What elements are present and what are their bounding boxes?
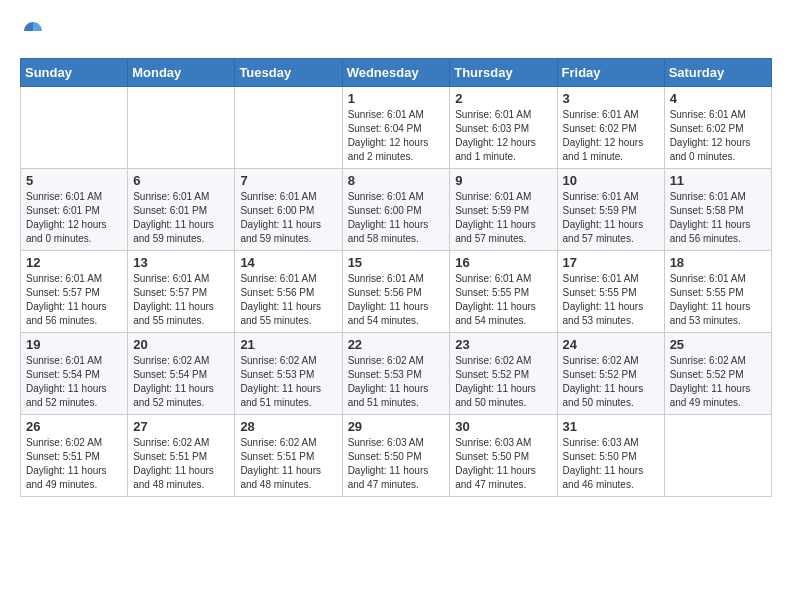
day-number: 21 <box>240 337 336 352</box>
calendar-cell <box>235 87 342 169</box>
logo <box>20 20 44 42</box>
day-info: Sunrise: 6:02 AM Sunset: 5:51 PM Dayligh… <box>240 436 336 492</box>
day-info: Sunrise: 6:02 AM Sunset: 5:53 PM Dayligh… <box>348 354 445 410</box>
day-number: 16 <box>455 255 551 270</box>
day-info: Sunrise: 6:03 AM Sunset: 5:50 PM Dayligh… <box>563 436 659 492</box>
calendar-header-wednesday: Wednesday <box>342 59 450 87</box>
day-info: Sunrise: 6:02 AM Sunset: 5:52 PM Dayligh… <box>455 354 551 410</box>
day-number: 1 <box>348 91 445 106</box>
calendar-cell: 13Sunrise: 6:01 AM Sunset: 5:57 PM Dayli… <box>128 251 235 333</box>
day-number: 26 <box>26 419 122 434</box>
calendar-cell: 16Sunrise: 6:01 AM Sunset: 5:55 PM Dayli… <box>450 251 557 333</box>
day-info: Sunrise: 6:01 AM Sunset: 6:04 PM Dayligh… <box>348 108 445 164</box>
day-info: Sunrise: 6:02 AM Sunset: 5:51 PM Dayligh… <box>133 436 229 492</box>
calendar-header-saturday: Saturday <box>664 59 771 87</box>
day-number: 23 <box>455 337 551 352</box>
day-number: 18 <box>670 255 766 270</box>
calendar-cell: 14Sunrise: 6:01 AM Sunset: 5:56 PM Dayli… <box>235 251 342 333</box>
calendar-cell <box>21 87 128 169</box>
day-number: 15 <box>348 255 445 270</box>
calendar-week-row: 19Sunrise: 6:01 AM Sunset: 5:54 PM Dayli… <box>21 333 772 415</box>
calendar-cell: 12Sunrise: 6:01 AM Sunset: 5:57 PM Dayli… <box>21 251 128 333</box>
day-info: Sunrise: 6:01 AM Sunset: 6:00 PM Dayligh… <box>348 190 445 246</box>
day-number: 14 <box>240 255 336 270</box>
calendar-header-row: SundayMondayTuesdayWednesdayThursdayFrid… <box>21 59 772 87</box>
calendar-week-row: 1Sunrise: 6:01 AM Sunset: 6:04 PM Daylig… <box>21 87 772 169</box>
day-number: 29 <box>348 419 445 434</box>
day-info: Sunrise: 6:01 AM Sunset: 6:02 PM Dayligh… <box>670 108 766 164</box>
calendar-cell: 11Sunrise: 6:01 AM Sunset: 5:58 PM Dayli… <box>664 169 771 251</box>
logo-icon <box>22 20 44 42</box>
day-info: Sunrise: 6:01 AM Sunset: 6:03 PM Dayligh… <box>455 108 551 164</box>
calendar-cell: 7Sunrise: 6:01 AM Sunset: 6:00 PM Daylig… <box>235 169 342 251</box>
day-info: Sunrise: 6:03 AM Sunset: 5:50 PM Dayligh… <box>455 436 551 492</box>
calendar-week-row: 12Sunrise: 6:01 AM Sunset: 5:57 PM Dayli… <box>21 251 772 333</box>
day-number: 10 <box>563 173 659 188</box>
day-info: Sunrise: 6:01 AM Sunset: 5:58 PM Dayligh… <box>670 190 766 246</box>
day-number: 25 <box>670 337 766 352</box>
calendar-cell <box>664 415 771 497</box>
calendar-cell: 9Sunrise: 6:01 AM Sunset: 5:59 PM Daylig… <box>450 169 557 251</box>
day-info: Sunrise: 6:01 AM Sunset: 5:54 PM Dayligh… <box>26 354 122 410</box>
calendar-cell: 24Sunrise: 6:02 AM Sunset: 5:52 PM Dayli… <box>557 333 664 415</box>
day-number: 13 <box>133 255 229 270</box>
calendar-cell: 8Sunrise: 6:01 AM Sunset: 6:00 PM Daylig… <box>342 169 450 251</box>
calendar-cell <box>128 87 235 169</box>
day-number: 12 <box>26 255 122 270</box>
day-number: 31 <box>563 419 659 434</box>
day-info: Sunrise: 6:02 AM Sunset: 5:54 PM Dayligh… <box>133 354 229 410</box>
day-info: Sunrise: 6:01 AM Sunset: 6:00 PM Dayligh… <box>240 190 336 246</box>
calendar-cell: 21Sunrise: 6:02 AM Sunset: 5:53 PM Dayli… <box>235 333 342 415</box>
day-info: Sunrise: 6:01 AM Sunset: 5:59 PM Dayligh… <box>563 190 659 246</box>
day-info: Sunrise: 6:01 AM Sunset: 5:56 PM Dayligh… <box>348 272 445 328</box>
day-info: Sunrise: 6:02 AM Sunset: 5:53 PM Dayligh… <box>240 354 336 410</box>
day-number: 20 <box>133 337 229 352</box>
day-info: Sunrise: 6:01 AM Sunset: 6:02 PM Dayligh… <box>563 108 659 164</box>
day-number: 19 <box>26 337 122 352</box>
calendar-header-thursday: Thursday <box>450 59 557 87</box>
day-info: Sunrise: 6:02 AM Sunset: 5:51 PM Dayligh… <box>26 436 122 492</box>
day-number: 8 <box>348 173 445 188</box>
calendar-header-tuesday: Tuesday <box>235 59 342 87</box>
calendar-header-friday: Friday <box>557 59 664 87</box>
calendar-cell: 28Sunrise: 6:02 AM Sunset: 5:51 PM Dayli… <box>235 415 342 497</box>
day-number: 6 <box>133 173 229 188</box>
day-info: Sunrise: 6:01 AM Sunset: 5:59 PM Dayligh… <box>455 190 551 246</box>
day-number: 3 <box>563 91 659 106</box>
day-info: Sunrise: 6:03 AM Sunset: 5:50 PM Dayligh… <box>348 436 445 492</box>
day-number: 30 <box>455 419 551 434</box>
calendar-header-sunday: Sunday <box>21 59 128 87</box>
day-info: Sunrise: 6:01 AM Sunset: 5:57 PM Dayligh… <box>133 272 229 328</box>
day-info: Sunrise: 6:01 AM Sunset: 5:55 PM Dayligh… <box>563 272 659 328</box>
day-number: 7 <box>240 173 336 188</box>
day-number: 27 <box>133 419 229 434</box>
calendar-header-monday: Monday <box>128 59 235 87</box>
calendar-cell: 26Sunrise: 6:02 AM Sunset: 5:51 PM Dayli… <box>21 415 128 497</box>
calendar-week-row: 26Sunrise: 6:02 AM Sunset: 5:51 PM Dayli… <box>21 415 772 497</box>
day-number: 2 <box>455 91 551 106</box>
calendar-cell: 1Sunrise: 6:01 AM Sunset: 6:04 PM Daylig… <box>342 87 450 169</box>
calendar-cell: 4Sunrise: 6:01 AM Sunset: 6:02 PM Daylig… <box>664 87 771 169</box>
calendar-cell: 10Sunrise: 6:01 AM Sunset: 5:59 PM Dayli… <box>557 169 664 251</box>
day-info: Sunrise: 6:01 AM Sunset: 6:01 PM Dayligh… <box>133 190 229 246</box>
calendar-cell: 23Sunrise: 6:02 AM Sunset: 5:52 PM Dayli… <box>450 333 557 415</box>
day-info: Sunrise: 6:01 AM Sunset: 6:01 PM Dayligh… <box>26 190 122 246</box>
calendar-cell: 31Sunrise: 6:03 AM Sunset: 5:50 PM Dayli… <box>557 415 664 497</box>
calendar-cell: 17Sunrise: 6:01 AM Sunset: 5:55 PM Dayli… <box>557 251 664 333</box>
day-number: 24 <box>563 337 659 352</box>
calendar-week-row: 5Sunrise: 6:01 AM Sunset: 6:01 PM Daylig… <box>21 169 772 251</box>
calendar-cell: 19Sunrise: 6:01 AM Sunset: 5:54 PM Dayli… <box>21 333 128 415</box>
day-info: Sunrise: 6:01 AM Sunset: 5:55 PM Dayligh… <box>670 272 766 328</box>
day-number: 17 <box>563 255 659 270</box>
day-number: 11 <box>670 173 766 188</box>
calendar-cell: 20Sunrise: 6:02 AM Sunset: 5:54 PM Dayli… <box>128 333 235 415</box>
page-header <box>20 20 772 42</box>
day-info: Sunrise: 6:01 AM Sunset: 5:55 PM Dayligh… <box>455 272 551 328</box>
calendar-cell: 5Sunrise: 6:01 AM Sunset: 6:01 PM Daylig… <box>21 169 128 251</box>
day-number: 22 <box>348 337 445 352</box>
calendar-table: SundayMondayTuesdayWednesdayThursdayFrid… <box>20 58 772 497</box>
day-info: Sunrise: 6:02 AM Sunset: 5:52 PM Dayligh… <box>670 354 766 410</box>
day-number: 5 <box>26 173 122 188</box>
day-info: Sunrise: 6:02 AM Sunset: 5:52 PM Dayligh… <box>563 354 659 410</box>
calendar-cell: 30Sunrise: 6:03 AM Sunset: 5:50 PM Dayli… <box>450 415 557 497</box>
